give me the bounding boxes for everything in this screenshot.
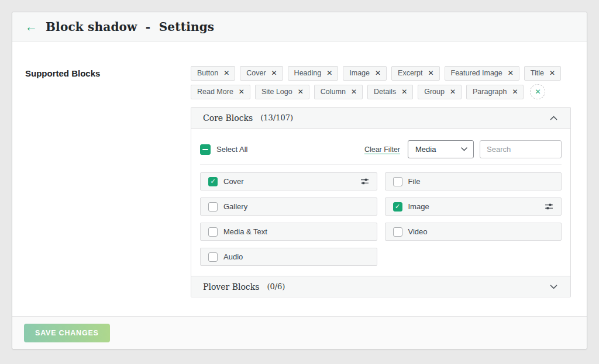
block-checkbox-item[interactable]: Video	[385, 223, 562, 241]
remove-tag-icon[interactable]: ✕	[239, 88, 245, 95]
block-tag-chip[interactable]: Title ✕	[524, 66, 561, 81]
tag-label: Heading	[294, 68, 322, 78]
accordion-count-badge: (0/6)	[267, 282, 285, 291]
block-tag-chip[interactable]: Image ✕	[343, 66, 387, 81]
tag-label: Featured Image	[451, 68, 502, 78]
toolbar-divider	[200, 164, 562, 165]
block-checkbox-item[interactable]: File	[385, 172, 562, 190]
left-column: Supported Blocks	[25, 66, 191, 297]
block-label: Video	[408, 227, 428, 236]
block-settings-sliders-icon[interactable]	[360, 178, 369, 185]
chevron-down-icon[interactable]	[550, 285, 557, 289]
supported-blocks-label: Supported Blocks	[25, 66, 191, 78]
remove-tag-icon[interactable]: ✕	[326, 70, 332, 77]
select-all-checkbox[interactable]: Select All	[200, 144, 247, 155]
checkbox-icon[interactable]	[393, 177, 402, 186]
checkbox-icon[interactable]: ✓	[393, 202, 402, 212]
accordion-title: Core Blocks	[203, 113, 253, 123]
block-tag-chip[interactable]: Cover ✕	[240, 66, 283, 81]
settings-card: ← Block shadow - Settings Supported Bloc…	[12, 12, 587, 349]
tag-label: Title	[531, 68, 544, 78]
tag-label: Read More	[197, 87, 233, 96]
back-arrow-icon[interactable]: ←	[25, 20, 37, 33]
checkbox-icon[interactable]	[208, 227, 218, 237]
checkbox-icon[interactable]: ✓	[208, 177, 218, 186]
tag-label: Site Logo	[261, 87, 292, 96]
clear-all-tags-button[interactable]: ✕	[530, 84, 545, 99]
block-tag-chip[interactable]: Column ✕	[314, 85, 363, 99]
block-settings-sliders-icon[interactable]	[545, 203, 553, 210]
block-label: Audio	[223, 252, 243, 261]
main-content: Supported Blocks Button ✕ Cover ✕ Headin…	[12, 41, 587, 297]
checkbox-icon[interactable]	[208, 252, 218, 262]
filter-select[interactable]: Media	[408, 140, 474, 158]
blocks-grid: ✓ Cover File Gallery ✓ Image	[200, 172, 562, 266]
block-tag-chip[interactable]: Excerpt ✕	[391, 66, 439, 81]
card-footer: SAVE CHANGES	[12, 316, 587, 349]
tag-label: Column	[321, 87, 346, 96]
right-column: Button ✕ Cover ✕ Heading ✕ Image ✕ Excer…	[191, 66, 571, 297]
block-checkbox-item[interactable]: ✓ Image	[385, 197, 562, 216]
remove-tag-icon[interactable]: ✕	[450, 88, 456, 95]
tag-label: Image	[349, 68, 370, 78]
block-tag-chip[interactable]: Read More ✕	[191, 85, 250, 99]
block-label: Image	[408, 202, 429, 211]
remove-tag-icon[interactable]: ✕	[549, 70, 555, 77]
block-label: File	[408, 177, 421, 186]
tag-label: Cover	[246, 68, 266, 78]
remove-tag-icon[interactable]: ✕	[298, 88, 304, 95]
core-blocks-panel: Select All Clear Filter Media	[191, 129, 570, 276]
block-checkbox-item[interactable]: Gallery	[200, 197, 377, 216]
remove-tag-icon[interactable]: ✕	[428, 70, 433, 77]
panel-toolbar: Select All Clear Filter Media	[200, 140, 562, 158]
page-header: ← Block shadow - Settings	[12, 12, 587, 41]
block-tag-chip[interactable]: Details ✕	[367, 85, 413, 99]
remove-tag-icon[interactable]: ✕	[401, 88, 407, 95]
search-input[interactable]	[480, 140, 562, 158]
remove-tag-icon[interactable]: ✕	[512, 88, 518, 95]
block-tag-chip[interactable]: Group ✕	[418, 85, 462, 99]
indeterminate-checkbox-icon[interactable]	[200, 144, 211, 155]
block-label: Gallery	[223, 202, 247, 211]
block-tag-chip[interactable]: Heading ✕	[288, 66, 339, 81]
remove-tag-icon[interactable]: ✕	[508, 70, 514, 77]
tags-container: Button ✕ Cover ✕ Heading ✕ Image ✕ Excer…	[191, 66, 571, 99]
block-checkbox-item[interactable]: ✓ Cover	[200, 172, 377, 190]
blocks-accordion: Core Blocks (13/107) Select All Clear Fi…	[191, 107, 571, 297]
block-tag-chip[interactable]: Paragraph ✕	[466, 85, 524, 99]
tag-label: Excerpt	[398, 68, 422, 78]
accordion-header-plover-blocks[interactable]: Plover Blocks (0/6)	[191, 276, 570, 297]
save-changes-button[interactable]: SAVE CHANGES	[24, 324, 110, 342]
block-tag-chip[interactable]: Site Logo ✕	[255, 85, 309, 99]
remove-tag-icon[interactable]: ✕	[375, 70, 381, 77]
clear-filter-link[interactable]: Clear Filter	[364, 145, 400, 154]
chevron-down-icon	[461, 147, 467, 151]
tag-label: Group	[424, 87, 445, 96]
block-checkbox-item[interactable]: Media & Text	[200, 223, 377, 241]
block-label: Cover	[223, 177, 244, 186]
page-title: Block shadow - Settings	[46, 20, 214, 34]
accordion-header-core-blocks[interactable]: Core Blocks (13/107)	[191, 108, 570, 129]
block-label: Media & Text	[223, 227, 267, 236]
remove-tag-icon[interactable]: ✕	[223, 70, 229, 77]
block-tag-chip[interactable]: Button ✕	[191, 66, 235, 81]
checkbox-icon[interactable]	[208, 202, 218, 212]
tag-label: Button	[197, 68, 218, 78]
chevron-up-icon[interactable]	[550, 116, 557, 120]
remove-tag-icon[interactable]: ✕	[271, 70, 277, 77]
block-checkbox-item[interactable]: Audio	[200, 248, 377, 266]
filter-select-value: Media	[415, 145, 436, 154]
tag-label: Details	[374, 87, 396, 96]
select-all-label: Select All	[216, 145, 247, 154]
accordion-count-badge: (13/107)	[260, 113, 293, 122]
accordion-title: Plover Blocks	[203, 282, 259, 292]
block-tag-chip[interactable]: Featured Image ✕	[445, 66, 519, 81]
tag-label: Paragraph	[473, 87, 507, 96]
checkbox-icon[interactable]	[393, 227, 402, 237]
remove-tag-icon[interactable]: ✕	[351, 88, 357, 95]
